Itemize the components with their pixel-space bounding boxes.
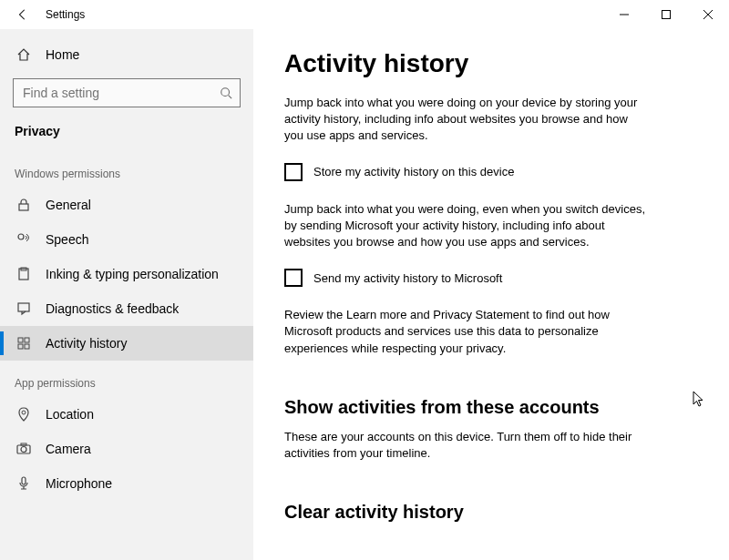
section-heading-clear: Clear activity history: [284, 502, 698, 523]
svg-line-5: [229, 96, 232, 99]
home-icon: [16, 47, 31, 62]
sidebar-item-label: Inking & typing personalization: [46, 267, 219, 281]
home-label: Home: [46, 47, 79, 62]
svg-rect-11: [18, 338, 23, 342]
sidebar-item-label: General: [46, 198, 91, 212]
svg-rect-18: [21, 443, 26, 445]
svg-point-17: [21, 447, 26, 453]
section-header-app: App permissions: [0, 361, 253, 397]
sidebar-item-activity-history[interactable]: Activity history: [0, 326, 253, 361]
breadcrumb: Privacy: [0, 118, 253, 151]
sidebar-item-label: Microphone: [46, 476, 112, 491]
svg-rect-19: [22, 477, 26, 484]
sidebar-item-label: Diagnostics & feedback: [46, 301, 179, 316]
sidebar-item-diagnostics[interactable]: Diagnostics & feedback: [0, 291, 253, 326]
svg-rect-10: [18, 303, 29, 311]
section-header-windows: Windows permissions: [0, 151, 253, 188]
svg-rect-6: [19, 204, 28, 210]
sidebar-item-label: Speech: [46, 232, 88, 247]
sidebar-item-label: Activity history: [46, 336, 127, 351]
checkbox-store-history[interactable]: Store my activity history on this device: [284, 163, 698, 181]
maximize-button[interactable]: [645, 0, 687, 29]
lock-icon: [16, 198, 31, 212]
search-field[interactable]: [23, 86, 220, 100]
page-title: Activity history: [284, 49, 698, 78]
sidebar-item-home[interactable]: Home: [0, 40, 253, 69]
microphone-icon: [16, 476, 31, 491]
speech-icon: [16, 232, 31, 247]
svg-point-4: [221, 88, 230, 97]
description-3: Review the Learn more and Privacy Statem…: [284, 307, 649, 357]
section-heading-accounts: Show activities from these accounts: [284, 397, 698, 418]
sidebar-item-microphone[interactable]: Microphone: [0, 466, 253, 501]
close-button[interactable]: [687, 0, 729, 29]
cursor-icon: [693, 392, 705, 408]
svg-rect-1: [662, 11, 671, 19]
sidebar-item-label: Location: [46, 407, 94, 422]
minimize-button[interactable]: [603, 0, 645, 29]
location-icon: [16, 407, 31, 422]
description-4: These are your accounts on this device. …: [284, 429, 649, 462]
description-1: Jump back into what you were doing on yo…: [284, 95, 649, 145]
sidebar-item-location[interactable]: Location: [0, 397, 253, 432]
main-content: Activity history Jump back into what you…: [253, 29, 729, 560]
checkbox-label: Send my activity history to Microsoft: [313, 271, 502, 285]
svg-point-7: [18, 234, 24, 239]
window-title: Settings: [46, 8, 85, 21]
svg-rect-12: [25, 338, 29, 342]
back-button[interactable]: [16, 8, 29, 21]
title-bar: Settings: [0, 0, 729, 29]
svg-rect-14: [25, 344, 29, 349]
checkbox-label: Store my activity history on this device: [313, 165, 514, 178]
sidebar: Home Privacy Windows permissions General…: [0, 29, 253, 560]
clipboard-icon: [16, 267, 31, 281]
sidebar-item-camera[interactable]: Camera: [0, 432, 253, 466]
sidebar-item-speech[interactable]: Speech: [0, 222, 253, 257]
search-input[interactable]: [13, 78, 241, 107]
history-icon: [16, 336, 31, 351]
camera-icon: [16, 442, 31, 456]
svg-rect-13: [18, 344, 23, 349]
search-icon: [220, 87, 232, 99]
checkbox-icon[interactable]: [284, 163, 303, 181]
checkbox-send-history[interactable]: Send my activity history to Microsoft: [284, 269, 698, 287]
description-2: Jump back into what you were doing, even…: [284, 201, 649, 251]
sidebar-item-inking[interactable]: Inking & typing personalization: [0, 257, 253, 291]
svg-point-15: [22, 411, 26, 414]
sidebar-item-general[interactable]: General: [0, 188, 253, 222]
heading-text: Show activities from these accounts: [284, 397, 600, 417]
sidebar-item-label: Camera: [46, 442, 91, 456]
feedback-icon: [16, 301, 31, 316]
checkbox-icon[interactable]: [284, 269, 303, 287]
